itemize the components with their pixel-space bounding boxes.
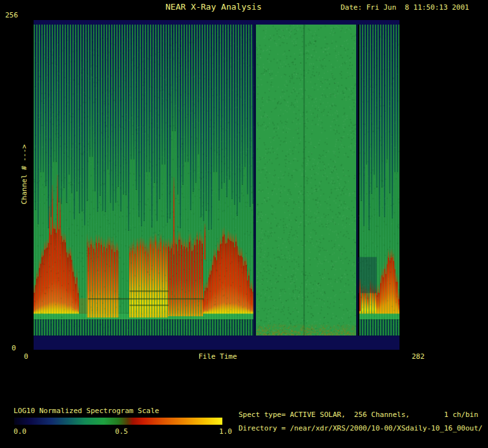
near-xray-analysis-window: NEAR X-Ray Analysis Date: Fri Jun 8 11:5… xyxy=(0,0,488,448)
y-axis-tick-min: 0 xyxy=(12,344,16,353)
x-axis-tick-min: 0 xyxy=(24,352,28,361)
x-axis-label: File Time xyxy=(198,352,237,361)
y-axis-tick-max: 256 xyxy=(5,11,18,20)
directory-line: Directory = /near/xdr/XRS/2000/10-00/XSd… xyxy=(239,424,483,433)
page-title: NEAR X-Ray Analysis xyxy=(165,3,262,12)
y-axis-label: Channel # ---> xyxy=(20,127,29,204)
spectrogram-plot xyxy=(34,20,399,350)
colorbar-tick-05: 0.5 xyxy=(115,427,128,436)
colorbar-tick-0: 0.0 xyxy=(14,427,27,436)
date-label: Date: Fri Jun 8 11:50:13 2001 xyxy=(341,3,469,12)
spect-type-line: Spect type= ACTIVE SOLAR, 256 Channels, … xyxy=(239,411,478,420)
colorbar-title: LOG10 Normalized Spectrogram Scale xyxy=(14,407,159,416)
colorbar-tick-1: 1.0 xyxy=(219,427,232,436)
colorbar-gradient xyxy=(14,418,222,425)
x-axis-tick-max: 282 xyxy=(412,352,425,361)
